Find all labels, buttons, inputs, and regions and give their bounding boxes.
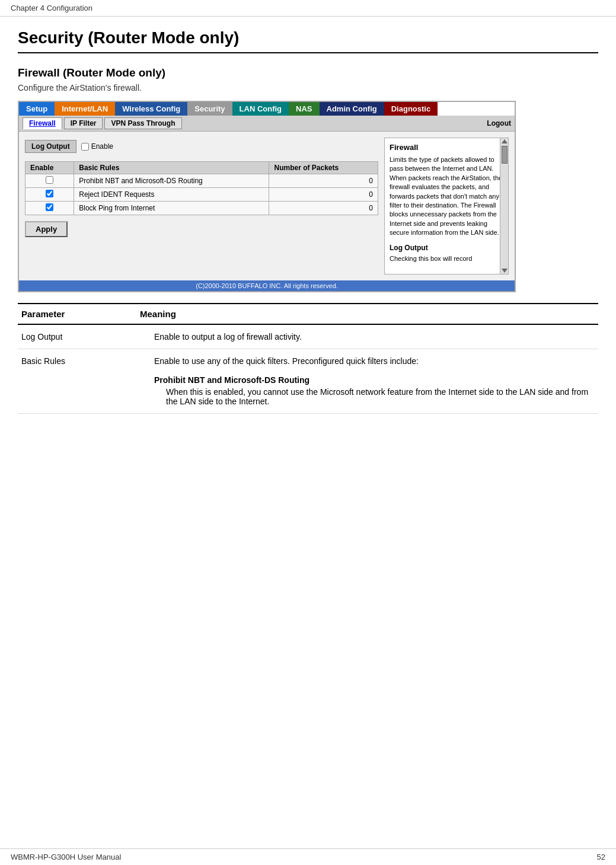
row2-enable-cell xyxy=(25,188,74,202)
apply-button[interactable]: Apply xyxy=(25,221,68,237)
nav-tab-admin-config[interactable]: Admin Config xyxy=(320,102,384,116)
scroll-arrow-down-icon[interactable] xyxy=(502,269,508,273)
help-text: Limits the type of packets allowed to pa… xyxy=(390,155,503,238)
log-output-label: Log Output xyxy=(25,140,76,153)
row3-packets-cell: 0 xyxy=(269,202,378,215)
row3-enable-cell xyxy=(25,202,74,215)
prohibit-nbt-title: Prohibit NBT and Microsoft-DS Routing xyxy=(154,375,309,385)
log-output-meaning: Enable to output a log of firewall activ… xyxy=(154,332,302,341)
param-table: Parameter Meaning Log Output Enable to o… xyxy=(18,303,598,414)
sub-tab-vpn-pass-through[interactable]: VPN Pass Through xyxy=(104,117,181,129)
param-row-log-output: Log Output Enable to output a log of fir… xyxy=(18,324,598,349)
sub-tabs-row: Firewall IP Filter VPN Pass Through Logo… xyxy=(19,116,515,132)
row1-enable-cell xyxy=(25,174,74,188)
table-row: Block Ping from Internet 0 xyxy=(25,202,378,215)
basic-rules-meaning: Enable to use any of the quick filters. … xyxy=(154,356,419,366)
log-output-checkbox[interactable] xyxy=(81,143,89,151)
row3-checkbox[interactable] xyxy=(46,203,53,211)
section-title: Firewall (Router Mode only) xyxy=(18,66,598,79)
scrollbar[interactable] xyxy=(500,138,508,274)
row1-checkbox[interactable] xyxy=(46,176,53,184)
log-output-row: Log Output Enable xyxy=(25,140,378,153)
scroll-arrow-up-icon[interactable] xyxy=(502,139,508,143)
nav-tab-internet-lan[interactable]: Internet/LAN xyxy=(55,102,115,116)
col-header-basic-rules: Basic Rules xyxy=(74,162,269,174)
page-title: Security (Router Mode only) xyxy=(18,28,598,53)
logout-button[interactable]: Logout xyxy=(487,119,511,127)
prohibit-nbt-desc: When this is enabled, you cannot use the… xyxy=(166,387,595,406)
nav-tab-lan-config[interactable]: LAN Config xyxy=(232,102,289,116)
help-title: Firewall xyxy=(390,143,503,152)
manual-title: WBMR-HP-G300H User Manual xyxy=(11,853,121,861)
nav-tabs-top: Setup Internet/LAN Wireless Config Secur… xyxy=(19,102,515,116)
section-desc: Configure the AirStation's firewall. xyxy=(18,83,598,92)
table-row: Reject IDENT Requests 0 xyxy=(25,188,378,202)
row2-packets-cell: 0 xyxy=(269,188,378,202)
router-ui-panel: Setup Internet/LAN Wireless Config Secur… xyxy=(18,101,516,292)
breadcrumb: Chapter 4 Configuration xyxy=(0,0,616,17)
sub-tab-ip-filter[interactable]: IP Filter xyxy=(64,117,103,129)
col-header-packets: Number of Packets xyxy=(269,162,378,174)
param-meaning-log-output: Enable to output a log of firewall activ… xyxy=(136,324,598,349)
page-number: 52 xyxy=(597,853,605,861)
param-name-basic-rules: Basic Rules xyxy=(18,349,136,413)
main-area: Log Output Enable Enable Basic Rules Num… xyxy=(19,132,515,280)
enable-label: Enable xyxy=(91,142,113,151)
nav-tab-diagnostic[interactable]: Diagnostic xyxy=(384,102,438,116)
meaning-col-header: Meaning xyxy=(136,304,598,324)
left-panel: Log Output Enable Enable Basic Rules Num… xyxy=(25,138,378,274)
help-log-title: Log Output xyxy=(390,244,503,252)
help-log-text: Checking this box will record xyxy=(390,254,503,263)
rules-table: Enable Basic Rules Number of Packets Pro… xyxy=(25,161,378,215)
param-row-basic-rules: Basic Rules Enable to use any of the qui… xyxy=(18,349,598,413)
nav-tab-wireless-config[interactable]: Wireless Config xyxy=(115,102,187,116)
param-name-log-output: Log Output xyxy=(18,324,136,349)
help-panel: Firewall Limits the type of packets allo… xyxy=(384,138,509,274)
row2-rule-cell: Reject IDENT Requests xyxy=(74,188,269,202)
table-row: Prohibit NBT and Microsoft-DS Routing 0 xyxy=(25,174,378,188)
scroll-thumb[interactable] xyxy=(502,146,508,164)
row1-rule-cell: Prohibit NBT and Microsoft-DS Routing xyxy=(74,174,269,188)
row3-rule-cell: Block Ping from Internet xyxy=(74,202,269,215)
log-output-enable: Enable xyxy=(81,142,113,151)
page-content: Security (Router Mode only) Firewall (Ro… xyxy=(0,17,616,432)
nav-tab-nas[interactable]: NAS xyxy=(289,102,319,116)
nav-tab-security[interactable]: Security xyxy=(187,102,232,116)
row1-packets-cell: 0 xyxy=(269,174,378,188)
nav-tab-setup[interactable]: Setup xyxy=(19,102,55,116)
row2-checkbox[interactable] xyxy=(46,190,53,197)
breadcrumb-text: Chapter 4 Configuration xyxy=(11,4,92,12)
col-header-enable: Enable xyxy=(25,162,74,174)
bottom-bar: WBMR-HP-G300H User Manual 52 xyxy=(0,848,616,865)
param-col-header: Parameter xyxy=(18,304,136,324)
param-meaning-basic-rules: Enable to use any of the quick filters. … xyxy=(136,349,598,413)
sub-tab-firewall[interactable]: Firewall xyxy=(23,117,62,129)
router-footer: (C)2000-2010 BUFFALO INC. All rights res… xyxy=(19,280,515,291)
